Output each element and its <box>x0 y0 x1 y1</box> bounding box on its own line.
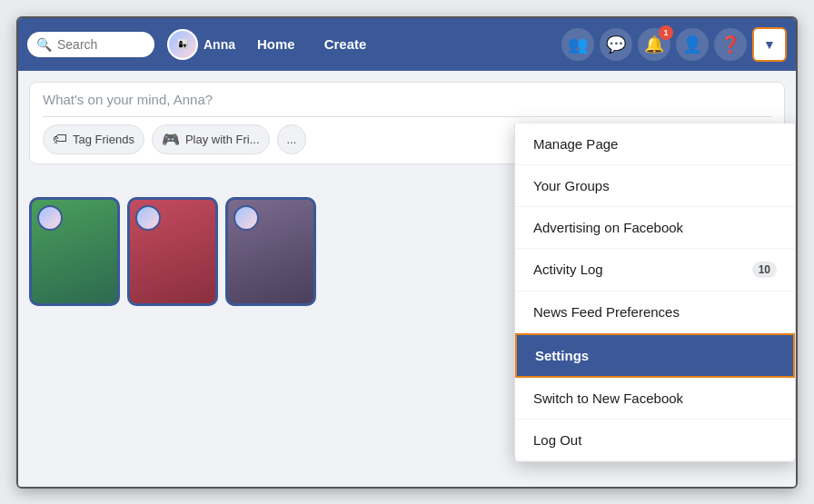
friend-requests-icon: 👤 <box>682 35 702 54</box>
messenger-icon-btn[interactable]: 💬 <box>600 28 632 61</box>
notification-badge: 1 <box>659 25 673 40</box>
story-avatar <box>37 205 63 231</box>
dropdown-item-news-feed[interactable]: News Feed Preferences <box>515 292 795 333</box>
dropdown-item-activity-log[interactable]: Activity Log 10 <box>515 249 795 292</box>
story-avatar <box>233 205 259 231</box>
friends-icon-btn[interactable]: 👥 <box>561 28 594 61</box>
more-options-button[interactable]: ... <box>277 124 307 154</box>
switch-facebook-label: Switch to New Facebook <box>533 390 683 406</box>
story-card[interactable] <box>127 197 218 306</box>
app-window: 🔍 👩‍👧 Anna Home Create 👥 💬 🔔 1 👤 <box>16 16 798 489</box>
your-groups-label: Your Groups <box>533 178 610 193</box>
friend-requests-icon-btn[interactable]: 👤 <box>676 28 709 61</box>
account-dropdown-menu: Manage Page Your Groups Advertising on F… <box>514 124 796 462</box>
user-name-label: Anna <box>204 37 235 52</box>
story-card[interactable] <box>29 197 120 306</box>
nav-icon-group: 👥 💬 🔔 1 👤 ❓ ▼ <box>561 27 787 62</box>
home-nav-link[interactable]: Home <box>250 31 303 57</box>
user-profile-link[interactable]: 👩‍👧 Anna <box>167 29 235 60</box>
search-icon: 🔍 <box>36 37 52 52</box>
story-avatar <box>135 205 161 231</box>
news-feed-label: News Feed Preferences <box>533 304 680 320</box>
top-navbar: 🔍 👩‍👧 Anna Home Create 👥 💬 🔔 1 👤 <box>18 18 796 71</box>
account-dropdown-btn[interactable]: ▼ <box>752 27 787 62</box>
dropdown-item-log-out[interactable]: Log Out <box>515 420 795 461</box>
dropdown-item-advertising[interactable]: Advertising on Facebook <box>515 207 795 249</box>
dropdown-item-switch-facebook[interactable]: Switch to New Facebook <box>515 378 795 420</box>
manage-page-label: Manage Page <box>533 136 618 152</box>
activity-log-label: Activity Log <box>533 262 603 277</box>
avatar: 👩‍👧 <box>167 29 198 60</box>
tag-friends-label: Tag Friends <box>73 133 134 146</box>
dropdown-item-your-groups[interactable]: Your Groups <box>515 165 795 207</box>
settings-label: Settings <box>535 348 589 363</box>
play-friends-label: Play with Fri... <box>185 133 260 146</box>
ellipsis-icon: ... <box>287 133 297 146</box>
activity-log-badge: 10 <box>752 262 777 278</box>
composer-placeholder[interactable]: What's on your mind, Anna? <box>43 92 771 107</box>
search-bar[interactable]: 🔍 <box>27 32 154 57</box>
create-nav-link[interactable]: Create <box>317 31 374 57</box>
advertising-label: Advertising on Facebook <box>533 220 683 235</box>
main-content: What's on your mind, Anna? 🏷 Tag Friends… <box>18 71 796 487</box>
log-out-label: Log Out <box>533 432 581 448</box>
play-with-friends-button[interactable]: 🎮 Play with Fri... <box>152 124 270 154</box>
messenger-icon: 💬 <box>606 35 626 54</box>
nav-center: 👩‍👧 Anna Home Create <box>167 29 373 60</box>
help-icon: ❓ <box>720 35 740 54</box>
notifications-icon-btn[interactable]: 🔔 1 <box>638 28 670 61</box>
tag-friends-button[interactable]: 🏷 Tag Friends <box>43 124 144 154</box>
friends-icon: 👥 <box>568 35 588 54</box>
dropdown-item-manage-page[interactable]: Manage Page <box>515 124 795 165</box>
chevron-down-icon: ▼ <box>763 37 776 52</box>
game-icon: 🎮 <box>162 131 180 148</box>
tag-icon: 🏷 <box>53 131 67 147</box>
story-card[interactable] <box>225 197 316 306</box>
dropdown-item-settings[interactable]: Settings <box>515 333 795 378</box>
help-icon-btn[interactable]: ❓ <box>714 28 747 61</box>
search-input[interactable] <box>57 37 139 52</box>
